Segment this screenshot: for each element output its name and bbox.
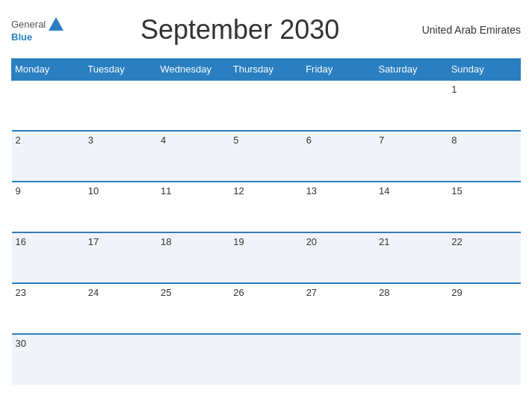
day-number: 12 xyxy=(233,185,244,197)
logo-blue-text: Blue xyxy=(11,31,32,43)
col-wednesday: Wednesday xyxy=(157,59,229,81)
calendar-cell xyxy=(12,80,84,131)
calendar-cell: 10 xyxy=(84,182,157,232)
day-number: 19 xyxy=(233,236,244,247)
day-number: 29 xyxy=(451,287,462,298)
calendar-cell xyxy=(229,334,302,385)
calendar-cell: 25 xyxy=(157,283,229,334)
calendar-cell: 27 xyxy=(303,283,375,334)
col-monday: Monday xyxy=(12,59,84,81)
calendar-row: 30 xyxy=(12,334,521,385)
logo: General Blue xyxy=(11,17,64,43)
day-number: 13 xyxy=(306,185,317,197)
calendar-wrapper: General Blue September 2030 United Arab … xyxy=(0,0,532,411)
calendar-cell: 1 xyxy=(448,80,520,131)
day-number: 28 xyxy=(379,287,389,298)
day-number: 6 xyxy=(306,135,312,146)
calendar-table: Monday Tuesday Wednesday Thursday Friday… xyxy=(11,58,521,385)
calendar-cell xyxy=(303,334,375,385)
day-number: 23 xyxy=(16,287,26,298)
calendar-cell xyxy=(84,334,157,385)
day-number: 22 xyxy=(451,236,462,247)
logo-general-text: General xyxy=(11,19,46,30)
calendar-cell: 19 xyxy=(229,232,302,283)
calendar-cell: 26 xyxy=(229,283,302,334)
col-thursday: Thursday xyxy=(229,59,302,81)
day-number: 3 xyxy=(88,135,93,146)
calendar-title: September 2030 xyxy=(64,14,416,46)
col-sunday: Sunday xyxy=(448,59,520,81)
calendar-cell: 7 xyxy=(375,131,448,182)
calendar-cell: 16 xyxy=(12,232,84,283)
logo-triangle-icon xyxy=(49,17,64,31)
day-number: 8 xyxy=(451,135,457,146)
calendar-row: 2345678 xyxy=(12,131,521,182)
calendar-cell: 12 xyxy=(229,182,302,232)
day-number: 16 xyxy=(16,236,26,247)
calendar-cell: 17 xyxy=(84,232,157,283)
day-number: 11 xyxy=(161,185,171,197)
day-number: 1 xyxy=(451,84,457,95)
calendar-row: 23242526272829 xyxy=(12,283,521,334)
calendar-cell: 8 xyxy=(448,131,520,182)
col-tuesday: Tuesday xyxy=(84,59,157,81)
day-number: 14 xyxy=(379,185,389,197)
calendar-cell: 3 xyxy=(84,131,157,182)
day-number: 27 xyxy=(306,287,317,298)
day-number: 24 xyxy=(88,287,99,298)
calendar-row: 1 xyxy=(12,80,521,131)
calendar-header-row: Monday Tuesday Wednesday Thursday Friday… xyxy=(12,59,521,81)
calendar-cell: 15 xyxy=(448,182,520,232)
calendar-cell: 29 xyxy=(448,283,520,334)
calendar-cell: 13 xyxy=(303,182,375,232)
calendar-cell xyxy=(84,80,157,131)
calendar-cell: 14 xyxy=(375,182,448,232)
day-number: 10 xyxy=(88,185,99,197)
calendar-row: 16171819202122 xyxy=(12,232,521,283)
calendar-cell: 20 xyxy=(303,232,375,283)
day-number: 7 xyxy=(379,135,384,146)
calendar-cell: 4 xyxy=(157,131,229,182)
day-number: 30 xyxy=(16,338,26,349)
calendar-cell xyxy=(375,80,448,131)
calendar-cell xyxy=(448,334,520,385)
day-number: 5 xyxy=(233,135,238,146)
calendar-row: 9101112131415 xyxy=(12,182,521,232)
calendar-cell: 30 xyxy=(12,334,84,385)
day-number: 21 xyxy=(379,236,389,247)
calendar-cell: 23 xyxy=(12,283,84,334)
day-number: 26 xyxy=(233,287,244,298)
calendar-cell: 28 xyxy=(375,283,448,334)
day-number: 2 xyxy=(16,135,21,146)
calendar-cell: 9 xyxy=(12,182,84,232)
calendar-cell xyxy=(375,334,448,385)
calendar-cell: 6 xyxy=(303,131,375,182)
calendar-cell xyxy=(157,80,229,131)
calendar-header: General Blue September 2030 United Arab … xyxy=(11,7,521,52)
calendar-cell xyxy=(229,80,302,131)
calendar-cell xyxy=(303,80,375,131)
day-number: 25 xyxy=(161,287,171,298)
day-number: 20 xyxy=(306,236,317,247)
day-number: 15 xyxy=(451,185,462,197)
calendar-cell: 18 xyxy=(157,232,229,283)
calendar-cell xyxy=(157,334,229,385)
col-friday: Friday xyxy=(303,59,375,81)
col-saturday: Saturday xyxy=(375,59,448,81)
calendar-cell: 24 xyxy=(84,283,157,334)
country-label: United Arab Emirates xyxy=(416,24,521,36)
day-number: 9 xyxy=(16,185,21,197)
day-number: 17 xyxy=(88,236,99,247)
calendar-cell: 5 xyxy=(229,131,302,182)
calendar-cell: 22 xyxy=(448,232,520,283)
calendar-cell: 11 xyxy=(157,182,229,232)
calendar-cell: 2 xyxy=(12,131,84,182)
calendar-cell: 21 xyxy=(375,232,448,283)
day-number: 18 xyxy=(161,236,171,247)
day-number: 4 xyxy=(161,135,166,146)
calendar-body: 1234567891011121314151617181920212223242… xyxy=(12,80,521,385)
